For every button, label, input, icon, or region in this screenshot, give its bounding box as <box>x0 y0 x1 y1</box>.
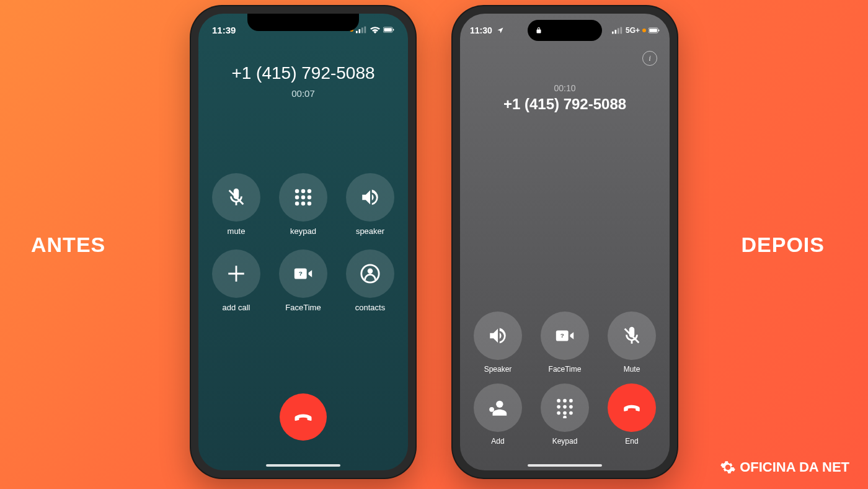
facetime-label: FaceTime <box>285 303 321 312</box>
mute-button[interactable] <box>608 312 656 360</box>
end-call-button[interactable] <box>608 384 656 432</box>
phone-after: 11:30 5G+ i 00:10 +1 (415) 792-5088 <box>453 6 677 478</box>
add-label: Add <box>491 437 504 446</box>
speaker-label: speaker <box>356 227 384 236</box>
svg-rect-22 <box>614 30 616 34</box>
svg-point-9 <box>301 189 306 194</box>
svg-rect-27 <box>658 30 659 32</box>
caller-info: +1 (415) 792-5088 00:07 <box>198 63 408 99</box>
svg-rect-21 <box>612 32 614 34</box>
facetime-button[interactable]: ? <box>279 249 327 298</box>
svg-point-20 <box>368 269 373 274</box>
svg-point-33 <box>557 399 560 403</box>
call-duration: 00:07 <box>198 88 408 99</box>
battery-icon <box>649 27 660 34</box>
mute-label: mute <box>228 227 246 236</box>
call-controls-grid: Speaker ? FaceTime Mute <box>474 312 656 446</box>
battery-icon <box>383 26 394 34</box>
plus-icon <box>226 263 247 284</box>
svg-rect-24 <box>620 27 622 34</box>
facetime-label: FaceTime <box>549 365 582 374</box>
label-before: ANTES <box>31 233 105 257</box>
speaker-icon <box>487 325 508 346</box>
svg-point-16 <box>308 202 312 206</box>
svg-text:?: ? <box>299 270 303 277</box>
keypad-button[interactable] <box>541 384 589 432</box>
home-indicator[interactable] <box>266 464 340 467</box>
mute-label: Mute <box>624 365 640 374</box>
add-button[interactable] <box>474 384 522 432</box>
svg-point-12 <box>301 195 306 200</box>
svg-rect-0 <box>356 31 358 34</box>
keypad-icon <box>293 187 314 208</box>
dynamic-island <box>528 20 602 41</box>
svg-point-40 <box>563 411 567 415</box>
add-call-button[interactable] <box>212 249 260 298</box>
facetime-icon: ? <box>293 263 314 284</box>
keypad-label: Keypad <box>552 437 578 446</box>
svg-point-14 <box>295 202 299 206</box>
signal-icon <box>356 26 367 34</box>
keypad-button[interactable] <box>279 173 327 222</box>
svg-point-39 <box>557 411 560 415</box>
svg-point-15 <box>301 202 306 206</box>
svg-rect-2 <box>361 27 363 33</box>
recording-indicator-icon <box>642 29 646 32</box>
svg-point-38 <box>569 405 573 409</box>
svg-point-10 <box>308 189 312 194</box>
speaker-button[interactable] <box>346 173 394 222</box>
caller-number: +1 (415) 792-5088 <box>460 96 670 113</box>
add-person-icon <box>487 397 508 418</box>
caller-info: 00:10 +1 (415) 792-5088 <box>460 83 670 113</box>
svg-point-36 <box>557 405 560 409</box>
signal-icon <box>612 27 623 34</box>
speaker-label: Speaker <box>484 365 512 374</box>
mute-icon <box>226 187 247 208</box>
facetime-button[interactable]: ? <box>541 312 589 360</box>
label-after: DEPOIS <box>742 233 825 257</box>
home-indicator[interactable] <box>528 464 602 467</box>
network-label: 5G+ <box>626 26 640 35</box>
svg-rect-26 <box>649 29 657 32</box>
svg-text:?: ? <box>560 332 564 339</box>
svg-point-31 <box>496 401 503 408</box>
contacts-button[interactable] <box>346 249 394 298</box>
call-duration: 00:10 <box>460 83 670 93</box>
svg-point-41 <box>569 411 573 415</box>
svg-rect-1 <box>359 29 361 33</box>
keypad-label: keypad <box>290 227 316 236</box>
phone-before: 11:39 +1 (415) 792-5088 00:07 mute <box>191 6 415 478</box>
speaker-icon <box>360 187 381 208</box>
mute-icon <box>621 325 642 346</box>
watermark: OFICINA DA NET <box>720 459 849 475</box>
contacts-icon <box>360 263 381 284</box>
svg-rect-3 <box>365 27 366 34</box>
svg-rect-23 <box>618 28 619 34</box>
mute-button[interactable] <box>212 173 260 222</box>
gear-icon <box>720 459 736 475</box>
svg-point-8 <box>295 189 299 194</box>
svg-rect-6 <box>393 29 394 31</box>
info-button[interactable]: i <box>642 51 657 66</box>
keypad-icon <box>554 397 575 418</box>
location-icon <box>495 27 506 34</box>
end-label: End <box>625 437 638 446</box>
svg-point-35 <box>569 399 573 403</box>
facetime-icon: ? <box>554 325 575 346</box>
svg-point-11 <box>295 195 299 200</box>
svg-point-34 <box>563 399 567 403</box>
lock-icon <box>535 27 542 34</box>
contacts-label: contacts <box>355 303 385 312</box>
wifi-icon <box>370 26 381 34</box>
caller-number: +1 (415) 792-5088 <box>198 63 408 83</box>
status-time: 11:39 <box>212 25 236 35</box>
add-call-label: add call <box>223 303 250 312</box>
end-call-button[interactable] <box>280 393 327 441</box>
speaker-button[interactable] <box>474 312 522 360</box>
notch <box>247 14 359 31</box>
phone-hangup-icon <box>621 397 642 418</box>
status-time: 11:30 <box>470 25 492 35</box>
svg-rect-5 <box>384 28 391 32</box>
phone-hangup-icon <box>292 406 314 428</box>
call-controls-grid: mute keypad speaker <box>198 173 408 312</box>
